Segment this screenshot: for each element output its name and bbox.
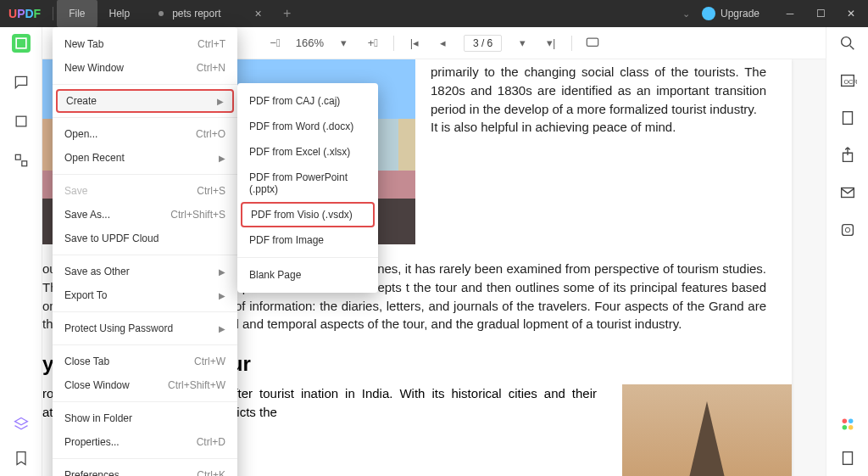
next-page-icon[interactable]: ▾ xyxy=(514,35,531,52)
file-menu-item-new-window[interactable]: New WindowCtrl+N xyxy=(53,56,237,80)
left-toolstrip xyxy=(0,27,42,476)
file-menu-item-properties-[interactable]: Properties...Ctrl+D xyxy=(53,430,237,454)
svg-rect-2 xyxy=(15,154,20,160)
share-icon[interactable] xyxy=(838,449,857,468)
file-menu-item-open-recent[interactable]: Open Recent▶ xyxy=(53,146,237,170)
document-tab[interactable]: pets report × xyxy=(148,0,272,27)
svg-rect-1 xyxy=(16,116,26,126)
svg-line-6 xyxy=(849,46,854,50)
prev-page-icon[interactable]: ◂ xyxy=(435,35,452,52)
file-menu-item-close-tab[interactable]: Close TabCtrl+W xyxy=(53,350,237,373)
file-menu-item-show-in-folder[interactable]: Show in Folder xyxy=(53,406,237,430)
right-toolstrip: OCR xyxy=(826,27,868,476)
first-page-icon[interactable]: |◂ xyxy=(406,35,423,52)
search-icon[interactable] xyxy=(838,34,857,53)
svg-rect-9 xyxy=(843,112,852,125)
file-menu-dropdown: New TabCtrl+TNew WindowCtrl+NCreate▶Open… xyxy=(53,27,237,476)
email-icon[interactable] xyxy=(838,183,857,202)
file-menu-item-save[interactable]: SaveCtrl+S xyxy=(53,179,237,203)
menu-file[interactable]: File xyxy=(57,0,97,27)
zoom-in-icon[interactable]: +⃝ xyxy=(364,35,381,52)
file-menu-item-preferences-[interactable]: Preferences...Ctrl+K xyxy=(53,463,237,476)
export-icon[interactable] xyxy=(838,146,857,165)
zoom-dropdown-icon[interactable]: ▾ xyxy=(336,35,353,52)
file-menu-item-protect-using-password[interactable]: Protect Using Password▶ xyxy=(53,316,237,340)
reader-mode-icon[interactable] xyxy=(12,34,31,53)
upgrade-label: Upgrade xyxy=(721,8,760,20)
tab-status-dot xyxy=(159,11,164,16)
file-menu-item-save-as-[interactable]: Save As...Ctrl+Shift+S xyxy=(53,203,237,227)
apps-icon[interactable] xyxy=(838,415,857,434)
svg-text:OCR: OCR xyxy=(843,78,857,86)
last-page-icon[interactable]: ▾| xyxy=(542,35,559,52)
page-setup-icon[interactable] xyxy=(838,109,857,127)
create-item-pdf-from-excel-xlsx-[interactable]: PDF from Excel (.xlsx) xyxy=(237,139,378,165)
svg-point-16 xyxy=(848,425,853,430)
convert-icon[interactable] xyxy=(838,221,857,239)
user-avatar-icon xyxy=(702,7,715,20)
file-menu-item-save-as-other[interactable]: Save as Other▶ xyxy=(53,260,237,283)
svg-point-12 xyxy=(845,227,850,232)
svg-point-14 xyxy=(848,419,853,424)
zoom-level: 166% xyxy=(296,36,324,49)
create-item-pdf-from-visio-vsdx-[interactable]: PDF from Visio (.vsdx) xyxy=(241,202,375,227)
bookmark-icon[interactable] xyxy=(12,449,31,468)
file-menu-item-open-[interactable]: Open...Ctrl+O xyxy=(53,122,237,146)
titlebar: UPDF File Help pets report × + ⌄ Upgrade… xyxy=(0,0,868,27)
create-item-pdf-from-powerpoint-pptx-[interactable]: PDF from PowerPoint (.pptx) xyxy=(237,165,378,202)
create-item-pdf-from-caj-caj-[interactable]: PDF from CAJ (.caj) xyxy=(237,88,378,114)
close-tab-icon[interactable]: × xyxy=(255,7,262,20)
layers-icon[interactable] xyxy=(12,415,31,434)
minimize-button[interactable]: ─ xyxy=(778,2,802,25)
create-submenu: PDF from CAJ (.caj)PDF from Word (.docx)… xyxy=(237,83,378,293)
side-paragraph: primarily to the changing social class o… xyxy=(431,59,792,244)
file-menu-item-save-to-updf-cloud[interactable]: Save to UPDF Cloud xyxy=(53,227,237,250)
svg-rect-10 xyxy=(841,188,854,198)
svg-rect-17 xyxy=(843,452,852,465)
file-menu-item-close-window[interactable]: Close WindowCtrl+Shift+W xyxy=(53,373,237,397)
file-menu-item-new-tab[interactable]: New TabCtrl+T xyxy=(53,32,237,56)
create-item-pdf-from-word-docx-[interactable]: PDF from Word (.docx) xyxy=(237,114,378,139)
svg-rect-0 xyxy=(16,38,26,48)
menu-help[interactable]: Help xyxy=(97,0,142,27)
edit-tool-icon[interactable] xyxy=(12,112,31,131)
tab-title: pets report xyxy=(172,8,220,20)
svg-point-15 xyxy=(842,425,847,430)
file-menu-item-create[interactable]: Create▶ xyxy=(56,89,234,113)
app-logo: UPDF xyxy=(0,7,49,20)
zoom-out-icon[interactable]: −⃝ xyxy=(267,35,284,52)
create-item-blank-page[interactable]: Blank Page xyxy=(237,262,378,288)
svg-rect-4 xyxy=(587,38,598,46)
maximize-button[interactable]: ☐ xyxy=(809,2,832,25)
new-tab-button[interactable]: + xyxy=(277,6,298,21)
svg-point-13 xyxy=(842,419,847,424)
tower-image xyxy=(622,384,792,476)
file-menu-item-export-to[interactable]: Export To▶ xyxy=(53,283,237,307)
page-indicator[interactable]: 3 / 6 xyxy=(464,35,502,52)
organize-tool-icon[interactable] xyxy=(12,151,31,170)
svg-rect-3 xyxy=(21,161,26,166)
svg-rect-11 xyxy=(842,225,853,236)
svg-point-5 xyxy=(841,37,850,47)
chevron-down-icon[interactable]: ⌄ xyxy=(682,8,690,20)
ocr-icon[interactable]: OCR xyxy=(838,71,857,90)
create-item-pdf-from-image[interactable]: PDF from Image xyxy=(237,227,378,253)
upgrade-button[interactable]: Upgrade xyxy=(697,4,771,23)
presentation-icon[interactable] xyxy=(584,35,601,52)
close-window-button[interactable]: ✕ xyxy=(839,2,863,25)
comment-tool-icon[interactable] xyxy=(12,73,31,92)
